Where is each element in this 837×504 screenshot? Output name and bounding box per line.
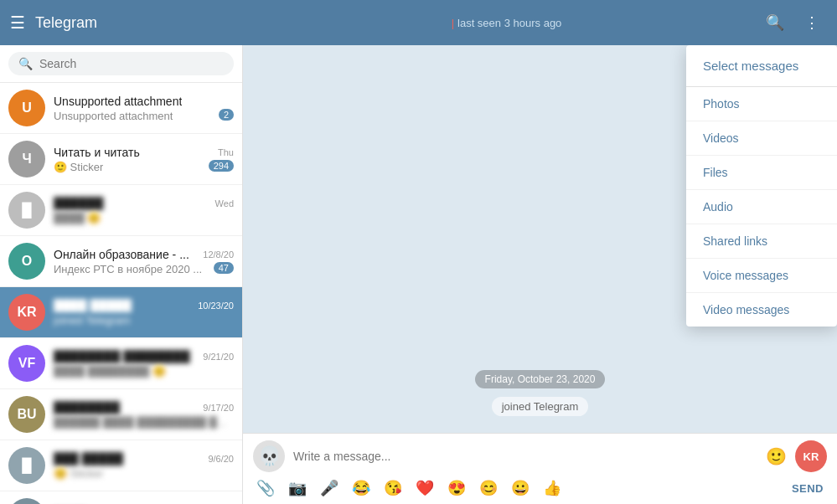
- svg-text:💀: 💀: [258, 445, 282, 467]
- search-bar: 🔍: [0, 45, 242, 83]
- search-input[interactable]: [39, 57, 224, 70]
- chat-time: 10/23/20: [198, 301, 234, 311]
- mic-icon[interactable]: 🎤: [320, 479, 338, 497]
- dropdown-item-shared-links[interactable]: Shared links: [686, 224, 837, 259]
- chat-content: ████████ 9/17/20 ██████ ████ █████████ █…: [54, 401, 234, 429]
- dropdown-item-files[interactable]: Files: [686, 156, 837, 190]
- emoji-6-icon[interactable]: 😀: [511, 479, 530, 497]
- bot-avatar: 💀: [253, 440, 285, 472]
- dropdown-item-audio[interactable]: Audio: [686, 190, 837, 224]
- search-icon-sm: 🔍: [18, 57, 33, 70]
- chat-item[interactable]: █ ████ 2/9/20: [0, 491, 242, 504]
- chat-content: Онлайн образование - ... 12/8/20 Индекс …: [54, 248, 234, 275]
- chat-item[interactable]: KR ████ █████ 10/23/20 joined Telegram: [0, 287, 242, 338]
- search-icon[interactable]: 🔍: [760, 8, 790, 38]
- dropdown-item-video-messages[interactable]: Video messages: [686, 293, 837, 327]
- emoji-2-icon[interactable]: 😘: [384, 479, 402, 497]
- more-icon[interactable]: ⋮: [797, 8, 827, 38]
- top-bar: ☰ Telegram |last seen 3 hours ago 🔍 ⋮: [0, 0, 837, 45]
- date-divider: Friday, October 23, 2020: [475, 370, 606, 388]
- chat-time: Thu: [218, 147, 234, 157]
- chat-name: ████ █████: [54, 299, 132, 312]
- chat-content: ████ █████ 10/23/20 joined Telegram: [54, 299, 234, 327]
- chat-name: ██████: [54, 197, 104, 210]
- chat-item[interactable]: О Онлайн образование - ... 12/8/20 Индек…: [0, 236, 242, 287]
- chat-list: U Unsupported attachment Unsupported att…: [0, 83, 242, 504]
- chat-content: Unsupported attachment Unsupported attac…: [54, 95, 234, 122]
- chat-preview: Unsupported attachment: [54, 110, 173, 122]
- photo-icon[interactable]: 📷: [288, 479, 307, 497]
- toolbar-row: 📎 📷 🎤 😂 😘 ❤️ 😍 😊 😀 👍 SEND: [253, 479, 827, 497]
- avatar: KR: [8, 294, 45, 331]
- avatar: U: [8, 90, 45, 126]
- chat-preview: Индекс РТС в ноябре 2020 ...: [54, 263, 202, 275]
- chat-preview: ████ 😊: [54, 212, 101, 224]
- hamburger-icon[interactable]: ☰: [10, 13, 25, 33]
- emoji-icon[interactable]: 🙂: [766, 446, 787, 466]
- chat-name: Читать и читать: [54, 146, 140, 159]
- send-button[interactable]: SEND: [792, 482, 824, 495]
- sidebar: 🔍 U Unsupported attachment Unsupported a…: [0, 45, 243, 504]
- emoji-5-icon[interactable]: 😊: [479, 479, 498, 497]
- dropdown-item-voice-messages[interactable]: Voice messages: [686, 259, 837, 293]
- system-message: joined Telegram: [492, 397, 589, 416]
- avatar: █: [8, 498, 45, 504]
- chat-content: ████████ ████████ 9/21/20 ████ ████████ …: [54, 350, 234, 378]
- chat-item[interactable]: BU ████████ 9/17/20 ██████ ████ ████████…: [0, 389, 242, 440]
- emoji-3-icon[interactable]: ❤️: [416, 479, 434, 497]
- dropdown-menu: Select messagesPhotosVideosFilesAudioSha…: [686, 45, 837, 327]
- chat-preview: 🙂 Sticker: [54, 161, 103, 173]
- dropdown-item-videos[interactable]: Videos: [686, 121, 837, 156]
- message-input[interactable]: [293, 450, 757, 463]
- chat-item[interactable]: Ч Читать и читать Thu 🙂 Sticker 294: [0, 134, 242, 185]
- message-input-area: 💀 🙂 KR 📎 📷 🎤 😂 😘 ❤️ 😍 😊 😀 👍 SEND: [243, 433, 837, 504]
- emoji-1-icon[interactable]: 😂: [352, 479, 370, 497]
- badge: 294: [209, 160, 234, 172]
- chat-time: 9/6/20: [208, 454, 234, 464]
- dropdown-item-select-messages[interactable]: Select messages: [686, 45, 837, 87]
- chat-item[interactable]: █ ███ █████ 9/6/20 😊 Sticker: [0, 440, 242, 491]
- last-seen-status: |last seen 3 hours ago: [452, 17, 562, 29]
- chat-time: 9/21/20: [203, 352, 234, 362]
- chat-content: ██████ Wed ████ 😊: [54, 197, 234, 224]
- attachment-icon[interactable]: 📎: [256, 479, 275, 497]
- chat-item[interactable]: █ ██████ Wed ████ 😊: [0, 185, 242, 236]
- emoji-7-icon[interactable]: 👍: [543, 479, 561, 497]
- dropdown-item-photos[interactable]: Photos: [686, 87, 837, 121]
- app-title: Telegram: [35, 14, 97, 32]
- chat-content: ███ █████ 9/6/20 😊 Sticker: [54, 452, 234, 480]
- chat-name: ████████: [54, 401, 120, 414]
- badge: 47: [214, 262, 234, 274]
- chat-time: Wed: [215, 198, 234, 208]
- chat-time: 12/8/20: [203, 249, 234, 260]
- chat-name: ████████ ████████: [54, 350, 190, 363]
- chat-name: Unsupported attachment: [54, 95, 182, 108]
- chat-preview: 😊 Sticker: [54, 467, 103, 480]
- chat-name: ███ █████: [54, 452, 123, 465]
- avatar: BU: [8, 396, 45, 433]
- chat-name: Онлайн образование - ...: [54, 248, 189, 261]
- chat-item[interactable]: U Unsupported attachment Unsupported att…: [0, 83, 242, 134]
- chat-content: Читать и читать Thu 🙂 Sticker 294: [54, 146, 234, 173]
- chat-item[interactable]: VF ████████ ████████ 9/21/20 ████ ██████…: [0, 338, 242, 389]
- badge: 2: [219, 109, 234, 121]
- avatar: VF: [8, 345, 45, 382]
- chat-preview: ████ ████████ 😊: [54, 365, 166, 378]
- avatar: Ч: [8, 141, 45, 177]
- chat-preview: ██████ ████ █████████ █...: [54, 416, 226, 429]
- emoji-4-icon[interactable]: 😍: [447, 479, 466, 497]
- avatar: █: [8, 447, 45, 484]
- sender-avatar: KR: [795, 440, 827, 472]
- chat-preview: joined Telegram: [54, 314, 131, 327]
- avatar: О: [8, 243, 45, 280]
- avatar: █: [8, 192, 45, 229]
- chat-time: 9/17/20: [203, 403, 234, 413]
